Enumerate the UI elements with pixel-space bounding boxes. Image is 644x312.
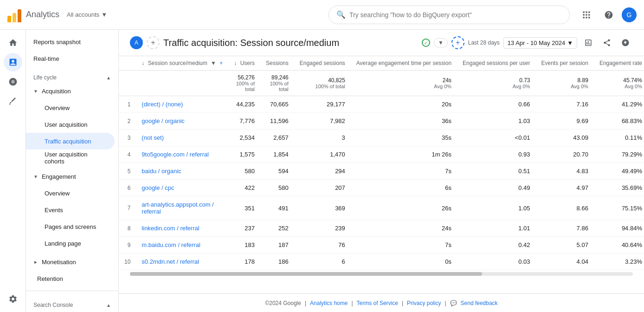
row-eng-rate: 49.49% bbox=[594, 163, 644, 180]
sidebar-item-reports-snapshot[interactable]: Reports snapshot bbox=[26, 33, 115, 50]
sidebar-item-events[interactable]: Events bbox=[26, 202, 115, 218]
search-input[interactable] bbox=[349, 11, 562, 19]
row-engaged: 76 bbox=[294, 237, 351, 254]
col-header-users[interactable]: ↓ Users bbox=[228, 56, 260, 71]
row-engaged: 7,982 bbox=[294, 113, 351, 130]
row-sessions: 594 bbox=[260, 163, 294, 180]
row-source[interactable]: (not set) bbox=[136, 130, 228, 146]
user-acquisition-label: User acquisition bbox=[45, 121, 88, 128]
search-console-group[interactable]: ► Search Console bbox=[26, 310, 118, 312]
rail-home[interactable] bbox=[4, 33, 22, 52]
monetisation-group[interactable]: ► Monetisation bbox=[26, 254, 118, 270]
filter-chip[interactable]: ▼ bbox=[434, 38, 448, 47]
row-users: 1,575 bbox=[228, 146, 260, 163]
row-users: 44,235 bbox=[228, 96, 260, 113]
sidebar-item-retention[interactable]: Retention bbox=[26, 270, 115, 287]
avatar[interactable]: G bbox=[622, 7, 637, 22]
row-source[interactable]: google / cpc bbox=[136, 180, 228, 196]
add-col-icon[interactable]: + bbox=[219, 60, 223, 66]
add-comparison-button[interactable]: + bbox=[147, 36, 160, 49]
retention-label: Retention bbox=[37, 275, 63, 282]
feedback-link[interactable]: Send feedback bbox=[461, 300, 498, 306]
sidebar-item-acq-overview[interactable]: Overview bbox=[26, 99, 115, 116]
sidebar-item-user-acquisition[interactable]: User acquisition bbox=[26, 116, 115, 133]
sort-arrow-users-icon: ↓ bbox=[234, 60, 237, 66]
table-row: 6 google / cpc 422 580 207 6s 0.49 4.97 … bbox=[119, 180, 644, 196]
status-check-icon: ✓ bbox=[422, 39, 430, 47]
date-controls: ✓ ▼ + Last 28 days 13 Apr - 10 May 2024 … bbox=[422, 36, 577, 49]
col-header-row bbox=[119, 56, 136, 71]
row-sessions: 580 bbox=[260, 180, 294, 196]
col-header-avg-engagement[interactable]: Average engagement time per session bbox=[351, 56, 457, 71]
lifecycle-section[interactable]: Life cycle ▲ bbox=[26, 71, 118, 83]
row-source[interactable]: m.baidu.com / referral bbox=[136, 237, 228, 254]
app-title: Analytics bbox=[26, 10, 59, 20]
rail-advertising[interactable] bbox=[4, 92, 22, 110]
acquisition-group[interactable]: ▼ Acquisition bbox=[26, 83, 118, 99]
totals-sessions: 89,246 100% of total bbox=[260, 71, 294, 96]
row-source[interactable]: art-analytics.appspot.com / referral bbox=[136, 196, 228, 220]
help-button[interactable] bbox=[599, 6, 618, 24]
col-header-events-per-session[interactable]: Events per session bbox=[536, 56, 594, 71]
row-avg-eng: 7s bbox=[351, 237, 457, 254]
col-header-engaged-per-user[interactable]: Engaged sessions per user bbox=[457, 56, 535, 71]
row-eng-rate: 68.83% bbox=[594, 113, 644, 130]
share-button[interactable] bbox=[599, 35, 614, 50]
add-metric-button[interactable]: + bbox=[451, 36, 464, 49]
top-actions: G bbox=[577, 6, 637, 24]
sidebar-item-eng-overview[interactable]: Overview bbox=[26, 185, 115, 202]
col-header-engaged-sessions[interactable]: Engaged sessions bbox=[294, 56, 351, 71]
row-eng-rate: 3.23% bbox=[594, 254, 644, 270]
account-selector[interactable]: All accounts ▼ bbox=[67, 11, 107, 18]
privacy-link[interactable]: Privacy policy bbox=[407, 300, 441, 306]
col-header-source[interactable]: ↓ Session source/medium ▼ + bbox=[136, 56, 228, 71]
row-sessions: 70,665 bbox=[260, 96, 294, 113]
more-options-button[interactable] bbox=[618, 35, 633, 50]
apps-button[interactable] bbox=[577, 6, 596, 24]
svg-rect-2 bbox=[588, 11, 590, 13]
col-header-engagement-rate[interactable]: Engagement rate bbox=[594, 56, 644, 71]
date-range-picker[interactable]: 13 Apr - 10 May 2024 ▼ bbox=[503, 37, 577, 49]
sidebar-item-traffic-acquisition[interactable]: Traffic acquisition bbox=[26, 133, 115, 150]
table-row: 4 9to5google.com / referral 1,575 1,854 … bbox=[119, 146, 644, 163]
row-source[interactable]: (direct) / (none) bbox=[136, 96, 228, 113]
row-engaged: 207 bbox=[294, 180, 351, 196]
row-source[interactable]: linkedin.com / referral bbox=[136, 220, 228, 237]
header-actions bbox=[581, 35, 633, 50]
property-initial: A bbox=[135, 39, 138, 46]
table-row: 2 google / organic 7,776 11,596 7,982 36… bbox=[119, 113, 644, 130]
property-badge: A bbox=[130, 36, 143, 49]
sidebar-item-landing-page[interactable]: Landing page bbox=[26, 235, 115, 252]
filter-icon[interactable]: ▼ bbox=[211, 60, 216, 66]
engagement-group[interactable]: ▼ Engagement bbox=[26, 168, 118, 185]
row-eng-per-user: 0.93 bbox=[457, 146, 535, 163]
svg-rect-8 bbox=[588, 17, 590, 18]
analytics-home-link[interactable]: Analytics home bbox=[310, 300, 348, 306]
rail-reports[interactable] bbox=[4, 53, 22, 72]
row-source[interactable]: s0.2mdn.net / referral bbox=[136, 254, 228, 270]
row-eng-per-user: 0.66 bbox=[457, 96, 535, 113]
sidebar-item-pages-screens[interactable]: Pages and screens bbox=[26, 218, 115, 235]
horizontal-scrollbar[interactable] bbox=[130, 272, 482, 276]
row-source[interactable]: google / organic bbox=[136, 113, 228, 130]
content-area: A + Traffic acquisition: Session source/… bbox=[119, 30, 644, 312]
svg-rect-1 bbox=[586, 11, 587, 13]
search-bar[interactable]: 🔍 bbox=[328, 6, 570, 24]
content-header: A + Traffic acquisition: Session source/… bbox=[119, 30, 644, 56]
row-engaged: 369 bbox=[294, 196, 351, 220]
terms-link[interactable]: Terms of Service bbox=[357, 300, 398, 306]
rail-explore[interactable] bbox=[4, 72, 22, 91]
col-header-sessions[interactable]: Sessions bbox=[260, 56, 294, 71]
row-source[interactable]: baidu / organic bbox=[136, 163, 228, 180]
row-source[interactable]: 9to5google.com / referral bbox=[136, 146, 228, 163]
row-number: 5 bbox=[119, 163, 136, 180]
sidebar-item-cohorts[interactable]: User acquisition cohorts bbox=[26, 150, 115, 166]
chart-view-button[interactable] bbox=[581, 35, 596, 50]
row-number: 6 bbox=[119, 180, 136, 196]
rail-settings[interactable] bbox=[4, 290, 22, 308]
search-console-section[interactable]: Search Console ▲ bbox=[26, 298, 118, 310]
sidebar-item-realtime[interactable]: Real-time bbox=[26, 50, 115, 67]
row-eng-per-user: 1.01 bbox=[457, 220, 535, 237]
logo: Analytics bbox=[7, 7, 59, 22]
analytics-logo-icon bbox=[7, 7, 22, 22]
